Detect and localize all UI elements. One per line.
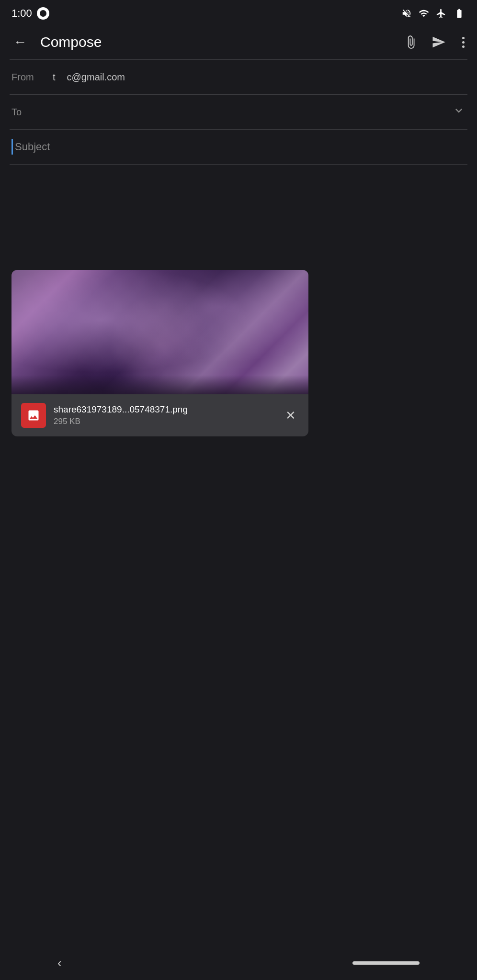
attachment-details: share631973189...05748371.png 295 KB: [54, 404, 275, 426]
compose-title: Compose: [40, 34, 394, 50]
attach-icon[interactable]: [404, 35, 418, 49]
status-time: 1:00: [11, 7, 32, 20]
wifi-icon: [419, 8, 429, 19]
more-options-button[interactable]: [459, 34, 467, 51]
app-bar-actions: [404, 34, 467, 51]
nav-home-pill[interactable]: [352, 961, 420, 965]
attachment-filename: share631973189...05748371.png: [54, 404, 275, 415]
remove-attachment-button[interactable]: ✕: [283, 405, 299, 426]
from-field: From t c@gmail.com: [0, 60, 477, 94]
subject-placeholder: Subject: [15, 141, 50, 153]
image-icon: [27, 409, 40, 422]
status-right: [401, 8, 466, 19]
status-left: 1:00: [11, 7, 49, 20]
chevron-down-icon[interactable]: [452, 104, 466, 121]
from-account[interactable]: t c@gmail.com: [53, 72, 466, 83]
attachment-thumbnail: [21, 403, 46, 428]
email-body[interactable]: [0, 165, 477, 260]
back-button[interactable]: ←: [10, 31, 31, 54]
attachment-preview: [11, 270, 308, 394]
status-bar: 1:00: [0, 0, 477, 25]
attachment-container: share631973189...05748371.png 295 KB ✕: [11, 270, 308, 436]
to-field[interactable]: To: [0, 95, 477, 129]
battery-icon: [453, 8, 466, 19]
app-bar: ← Compose: [0, 25, 477, 59]
nav-bar: ‹: [0, 946, 477, 980]
account-initial: t: [53, 72, 56, 83]
mute-icon: [401, 8, 412, 19]
text-cursor: [11, 139, 13, 155]
to-label: To: [11, 107, 45, 118]
airplane-icon: [436, 8, 446, 19]
nav-back-button[interactable]: ‹: [57, 956, 62, 970]
subject-field[interactable]: Subject: [0, 130, 477, 164]
attachment-info-bar: share631973189...05748371.png 295 KB ✕: [11, 394, 308, 436]
from-label: From: [11, 72, 45, 83]
account-email: c@gmail.com: [67, 72, 125, 83]
send-icon[interactable]: [432, 35, 446, 49]
attachment-size: 295 KB: [54, 417, 275, 426]
pocket-icon: [37, 7, 49, 20]
